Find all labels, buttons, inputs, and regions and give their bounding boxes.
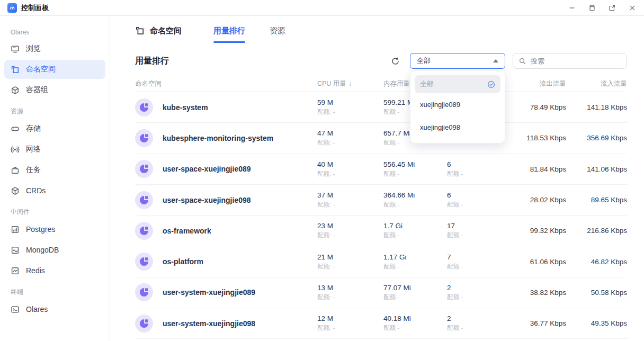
tab-usage-ranking[interactable]: 用量排行 bbox=[213, 26, 245, 36]
cpu-usage-cell: 59 M配额: - bbox=[317, 98, 383, 116]
memory-usage-cell: 1.7 Gi配额 - bbox=[383, 222, 447, 239]
quota-label: 配额 - bbox=[383, 293, 447, 301]
table-row[interactable]: user-space-xuejingjie09837 M配额: -364.66 … bbox=[135, 185, 627, 216]
namespace-name: kube-system bbox=[163, 103, 208, 112]
traffic-in-cell: 89.65 Kbps bbox=[566, 196, 627, 204]
memory-usage-cell: 40.18 Mi配额 - bbox=[383, 315, 447, 332]
table-row[interactable]: kubesphere-monitoring-system47 M配额: -657… bbox=[135, 123, 627, 154]
cpu-usage-cell: 37 M配额: - bbox=[317, 191, 383, 209]
pie-chart-icon bbox=[135, 315, 153, 333]
cpu-usage-cell-value: 13 M bbox=[317, 284, 383, 292]
sidebar-item-storage[interactable]: 存储 bbox=[4, 119, 105, 138]
filter-select-wrap: 全部 全部xuejingjie089xuejingjie098 bbox=[410, 53, 505, 69]
namespace-cell: kube-system bbox=[135, 98, 317, 116]
dropdown-option[interactable]: xuejingjie089 bbox=[415, 93, 500, 116]
sidebar-item-label: 网络 bbox=[26, 145, 41, 154]
sidebar-item-network[interactable]: 网络 bbox=[4, 140, 105, 159]
table-row[interactable]: os-framework23 M配额: -1.7 Gi配额 -17配额 -99.… bbox=[135, 216, 627, 246]
table-row[interactable]: kube-system59 M配额: -599.21 Mi配额 -配额 -78.… bbox=[135, 92, 627, 123]
browse-icon bbox=[11, 44, 20, 53]
cpu-usage-cell-value: 37 M bbox=[317, 191, 383, 199]
sidebar-item-namespace[interactable]: 命名空间 bbox=[4, 60, 105, 79]
sort-desc-icon[interactable]: ↓ bbox=[348, 80, 352, 87]
network-icon bbox=[11, 145, 20, 154]
namespace-name: os-platform bbox=[163, 257, 203, 266]
table-row[interactable]: user-system-xuejingjie08913 M配额: -77.07 … bbox=[135, 277, 627, 308]
sidebar-item-postgres[interactable]: Postgres bbox=[4, 220, 105, 239]
dropdown-option-selected[interactable]: 全部 bbox=[415, 75, 500, 93]
table-row[interactable]: user-system-xuejingjie09812 M配额: -40.18 … bbox=[135, 308, 627, 339]
table-row[interactable]: os-platform21 M配额: -1.17 Gi配额 -7配额 -61.0… bbox=[135, 246, 627, 277]
namespace-name: os-framework bbox=[163, 227, 211, 235]
sidebar-item-jobs[interactable]: 任务 bbox=[4, 160, 105, 180]
chevron-up-icon bbox=[493, 59, 498, 62]
dropdown-option[interactable]: xuejingjie098 bbox=[415, 116, 500, 139]
column-namespace[interactable]: 命名空间 bbox=[135, 79, 317, 88]
restore-icon[interactable] bbox=[588, 4, 596, 12]
sidebar-item-browse[interactable]: 浏览 bbox=[4, 39, 105, 58]
quota-label: 配额 - bbox=[383, 170, 447, 178]
sidebar-item-mongodb[interactable]: MongoDB bbox=[4, 240, 105, 259]
open-external-icon[interactable] bbox=[608, 4, 616, 12]
search-box[interactable] bbox=[513, 53, 627, 69]
sidebar-item-pods[interactable]: 容器组 bbox=[4, 80, 105, 100]
minimize-icon[interactable] bbox=[568, 4, 576, 12]
redis-icon bbox=[11, 266, 20, 275]
pod-count-cell: 6配额 - bbox=[447, 191, 497, 209]
sidebar-item-label: Postgres bbox=[26, 225, 55, 234]
cpu-usage-cell: 12 M配额: - bbox=[317, 315, 383, 332]
memory-usage-cell: 556.45 Mi配额 - bbox=[383, 160, 447, 178]
jobs-icon bbox=[11, 166, 20, 175]
namespace-icon bbox=[135, 26, 145, 35]
tab-resources[interactable]: 资源 bbox=[270, 26, 285, 36]
cpu-usage-cell-value: 59 M bbox=[317, 98, 383, 106]
filter-dropdown-panel: 全部xuejingjie089xuejingjie098 bbox=[410, 70, 505, 143]
sidebar-item-terminal[interactable]: Olares bbox=[4, 300, 105, 319]
pie-chart-icon bbox=[135, 191, 153, 209]
titlebar: 控制面板 bbox=[0, 0, 644, 16]
cpu-usage-cell-value: 21 M bbox=[317, 253, 383, 261]
cpu-usage-cell-value: 47 M bbox=[317, 129, 383, 137]
search-icon bbox=[518, 57, 526, 65]
namespace-name: user-space-xuejingjie098 bbox=[163, 196, 251, 204]
sidebar-item-crds[interactable]: CRDs bbox=[4, 181, 105, 200]
namespace-name: kubesphere-monitoring-system bbox=[163, 134, 273, 142]
table-row[interactable]: user-space-xuejingjie08940 M配额: -556.45 … bbox=[135, 154, 627, 185]
cpu-usage-cell: 21 M配额: - bbox=[317, 253, 383, 271]
close-icon[interactable] bbox=[628, 4, 637, 12]
app-icon bbox=[7, 3, 17, 13]
cpu-usage-cell: 40 M配额: - bbox=[317, 160, 383, 178]
refresh-icon[interactable] bbox=[390, 56, 400, 66]
filter-value: 全部 bbox=[417, 56, 431, 66]
tabs: 用量排行资源 bbox=[213, 26, 285, 36]
traffic-out-cell: 38.82 Kbps bbox=[497, 289, 566, 297]
sidebar-item-label: Olares bbox=[26, 305, 48, 313]
sidebar-section-label: Olares bbox=[11, 29, 99, 36]
app-title: 控制面板 bbox=[21, 3, 49, 13]
column-traffic-out[interactable]: 流出流量 bbox=[497, 79, 566, 88]
cpu-usage-cell-value: 40 M bbox=[317, 160, 383, 168]
quota-label: 配额 - bbox=[447, 293, 497, 301]
pod-count-cell-value: 6 bbox=[447, 191, 497, 199]
column-traffic-in[interactable]: 流入流量 bbox=[566, 79, 627, 88]
section-title: 用量排行 bbox=[135, 56, 169, 67]
sidebar-item-redis[interactable]: Redis bbox=[4, 261, 105, 280]
pod-count-cell-value: 2 bbox=[447, 315, 497, 322]
quota-label: 配额 - bbox=[383, 263, 447, 271]
search-input[interactable] bbox=[531, 57, 624, 65]
traffic-in-cell: 216.86 Kbps bbox=[566, 227, 627, 235]
filter-select[interactable]: 全部 bbox=[410, 53, 505, 69]
storage-icon bbox=[11, 124, 20, 133]
column-cpu[interactable]: CPU 用量↓ bbox=[317, 79, 383, 88]
sidebar-item-label: 命名空间 bbox=[26, 65, 56, 74]
sidebar-section-label: 终端 bbox=[11, 288, 99, 297]
memory-usage-cell: 1.17 Gi配额 - bbox=[383, 253, 447, 271]
table-header: 命名空间 CPU 用量↓ 内存用量 流出流量 流入流量 bbox=[135, 76, 627, 92]
quota-label: 配额 - bbox=[383, 231, 447, 239]
quota-label: 配额: - bbox=[317, 324, 383, 332]
pie-chart-icon bbox=[135, 283, 153, 301]
quota-label: 配额: - bbox=[317, 201, 383, 209]
memory-usage-cell-value: 556.45 Mi bbox=[383, 160, 447, 168]
namespace-icon bbox=[11, 65, 20, 74]
memory-usage-cell: 364.66 Mi配额 - bbox=[383, 191, 447, 209]
